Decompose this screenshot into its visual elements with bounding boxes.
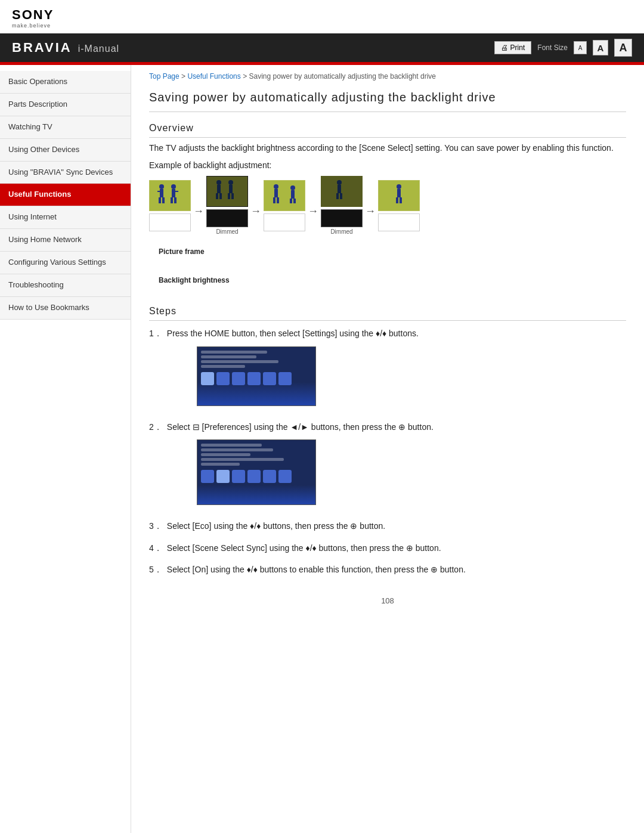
sidebar-item-using-home-network[interactable]: Using Home Network [0,229,131,252]
arrow-3: → [305,193,321,218]
svg-point-16 [228,180,233,185]
step-5-num: 5． [149,563,162,576]
step-3-content: Select [Eco] using the ♦/♦ buttons, then… [167,519,626,532]
sidebar-item-using-other-devices[interactable]: Using Other Devices [0,139,131,162]
ss-icon [201,372,214,385]
step-3-num: 3． [149,519,162,532]
manual-title: i-Manual [78,44,119,54]
bl-box-1 [149,213,191,231]
sidebar: Basic Operations Parts Description Watch… [0,65,131,833]
ss-icons-row [201,372,312,385]
breadcrumb-useful-functions[interactable]: Useful Functions [187,72,240,80]
svg-point-1 [159,184,164,189]
sidebar-item-parts-description[interactable]: Parts Description [0,94,131,116]
ss-icon [247,372,261,385]
svg-rect-10 [175,191,178,192]
svg-rect-26 [291,190,295,199]
print-label: Print [510,44,525,52]
picture-box-5 [378,180,420,211]
example-label: Example of backlight adjustment: [149,160,626,170]
sidebar-item-how-to-use-bookmarks[interactable]: How to Use Bookmarks [0,297,131,320]
backlight-brightness-label: Backlight brightness [159,276,420,284]
ss-icon [278,470,292,483]
steps-list: 1． Press the HOME button, then select [S… [149,327,626,576]
step-4-content: Select [Scene Select Sync] using the ♦/♦… [167,541,626,555]
sidebar-item-troubleshooting[interactable]: Troubleshooting [0,274,131,297]
ss-icon [247,470,261,483]
content-area: Top Page > Useful Functions > Saving pow… [131,65,644,833]
header-brand: BRAVIA i-Manual [12,40,119,55]
svg-rect-33 [340,193,342,199]
screenshot-2 [197,439,316,505]
svg-rect-19 [231,193,234,199]
sidebar-item-configuring-settings[interactable]: Configuring Various Settings [0,252,131,274]
svg-point-30 [337,180,342,185]
screenshot-1 [197,346,316,406]
diagram-step-1 [149,180,191,231]
step-3-text: Select [Eco] using the ♦/♦ buttons, then… [167,521,385,531]
step-1-num: 1． [149,327,162,411]
svg-rect-27 [290,199,292,203]
svg-rect-4 [162,197,165,203]
sony-tagline: make.believe [12,23,632,29]
backlight-diagram: → [149,176,626,294]
print-icon: 🖨 [501,44,508,52]
main-layout: Basic Operations Parts Description Watch… [0,65,644,833]
sidebar-item-using-internet[interactable]: Using Internet [0,206,131,229]
svg-rect-8 [171,197,173,203]
ss-icon [263,470,276,483]
svg-rect-13 [217,185,221,193]
breadcrumb-sep2: > [243,72,249,80]
ss-icon [232,372,245,385]
ss-icon [263,372,276,385]
svg-point-25 [290,185,295,190]
step-2-num: 2． [149,420,162,511]
sidebar-item-useful-functions[interactable]: Useful Functions [0,184,131,206]
breadcrumb-top-page[interactable]: Top Page [149,72,179,80]
diagram-step-3 [264,180,305,231]
diagram-step-4: Dimmed [321,176,363,235]
ss-icon [278,372,292,385]
picture-frame-label: Picture frame [159,247,420,256]
diagram-labels: Picture frame Backlight brightness [159,237,420,294]
svg-point-21 [274,184,278,189]
svg-rect-24 [277,197,279,203]
sidebar-item-basic-operations[interactable]: Basic Operations [0,71,131,94]
ss-line [201,351,268,354]
step-2: 2． Select ⊟ [Preferences] using the ◄/► … [149,420,626,511]
picture-box-1 [149,180,191,211]
bl-box-5 [378,213,420,231]
overview-text: The TV adjusts the backlight brightness … [149,141,626,154]
diagram-step-2: Dimmed [206,176,248,235]
print-button[interactable]: 🖨 Print [494,41,532,54]
steps-heading: Steps [149,306,626,321]
svg-point-12 [216,180,221,185]
breadcrumb-sep1: > [181,72,187,80]
header-bar: BRAVIA i-Manual 🖨 Print Font Size A A A [0,33,644,62]
svg-rect-37 [396,197,398,203]
ss-icons-row-2 [201,470,312,483]
svg-rect-2 [160,189,163,197]
diagram-sequence: → [149,176,420,294]
bl-box-4 [321,209,363,227]
sidebar-item-watching-tv[interactable]: Watching TV [0,116,131,139]
page-number: 108 [381,596,394,605]
svg-rect-9 [174,197,177,203]
font-size-large-button[interactable]: A [614,39,632,57]
step-5: 5． Select [On] using the ♦/♦ buttons to … [149,563,626,576]
step-5-text: Select [On] using the ♦/♦ buttons to ena… [167,565,466,574]
font-size-label: Font Size [537,44,568,52]
font-size-small-button[interactable]: A [574,41,587,54]
sony-logo: SONY [12,7,632,23]
svg-rect-29 [321,176,362,206]
step-1-content: Press the HOME button, then select [Sett… [167,327,626,411]
ss-line [201,360,278,363]
svg-point-6 [171,184,176,189]
ss-line [201,365,245,368]
svg-rect-18 [228,193,230,199]
font-size-medium-button[interactable]: A [593,40,608,55]
logo-bar: SONY make.believe [0,0,644,33]
arrow-4: → [363,193,378,218]
svg-rect-23 [273,197,275,203]
sidebar-item-bravia-sync[interactable]: Using "BRAVIA" Sync Devices [0,162,131,184]
